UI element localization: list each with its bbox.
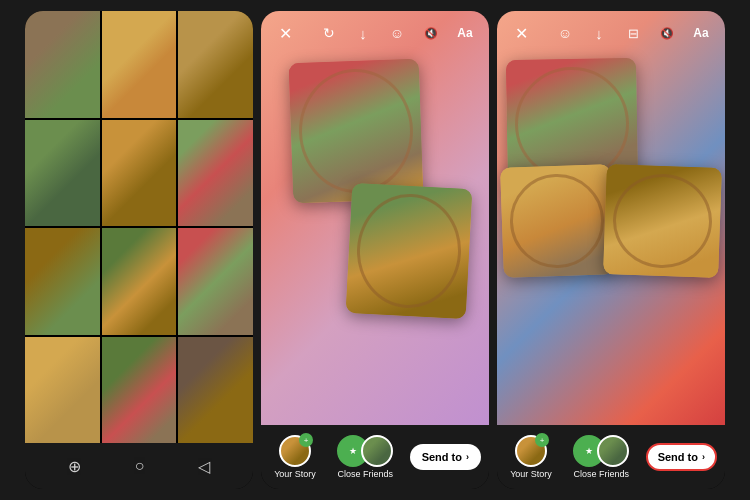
text-icon[interactable]: Aa [451, 19, 479, 47]
grid-photo-3[interactable] [178, 11, 253, 118]
your-story-label-2: Your Story [274, 469, 316, 479]
text-icon-3[interactable]: Aa [687, 19, 715, 47]
send-to-button-3[interactable]: Send to › [646, 443, 717, 471]
close-friends-option-3[interactable]: ★ Close Friends [573, 435, 629, 479]
download-icon-3[interactable]: ↓ [585, 19, 613, 47]
grid-photo-7[interactable] [25, 228, 100, 335]
story-photo-card-3c[interactable] [603, 164, 722, 278]
grid-photo-12[interactable] [178, 337, 253, 444]
download-icon[interactable]: ↓ [349, 19, 377, 47]
rotate-icon[interactable]: ↻ [315, 19, 343, 47]
close-friends-avatars-2: ★ [337, 435, 393, 467]
send-to-label-2: Send to [422, 451, 462, 463]
close-icon-3[interactable]: ✕ [507, 19, 535, 47]
your-story-label-3: Your Story [510, 469, 552, 479]
back-icon[interactable]: ◁ [198, 457, 210, 476]
photo-grid [25, 11, 253, 443]
close-friends-avatar-extra-3 [597, 435, 629, 467]
grid-photo-2[interactable] [102, 11, 177, 118]
close-icon[interactable]: ✕ [271, 19, 299, 47]
chevron-icon-2: › [466, 452, 469, 462]
emoji-icon-3[interactable]: ☺ [551, 19, 579, 47]
your-story-avatar-wrapper-2: + [279, 435, 311, 467]
add-indicator-3: + [535, 433, 549, 447]
close-friends-option-2[interactable]: ★ Close Friends [337, 435, 393, 479]
add-indicator-2: + [299, 433, 313, 447]
grid-photo-9[interactable] [178, 228, 253, 335]
your-story-avatar-wrapper-3: + [515, 435, 547, 467]
grid-photo-4[interactable] [25, 120, 100, 227]
bottom-nav: ⊕ ○ ◁ [25, 443, 253, 489]
grid-photo-5[interactable] [102, 120, 177, 227]
chevron-icon-3: › [702, 452, 705, 462]
story-photo-card-3b[interactable] [500, 164, 614, 278]
grid-photo-6[interactable] [178, 120, 253, 227]
send-to-label-3: Send to [658, 451, 698, 463]
mute-icon-3[interactable]: 🔇 [653, 19, 681, 47]
sticker-icon-3[interactable]: ⊟ [619, 19, 647, 47]
close-friends-label-2: Close Friends [338, 469, 394, 479]
screen-3: ✕ ☺ ↓ ⊟ 🔇 Aa + [497, 11, 725, 489]
story-toolbar-3: ✕ ☺ ↓ ⊟ 🔇 Aa [497, 11, 725, 55]
screen-1: ⊕ ○ ◁ [25, 11, 253, 489]
close-friends-label-3: Close Friends [574, 469, 630, 479]
close-friends-avatars-3: ★ [573, 435, 629, 467]
sticker-icon[interactable]: ☺ [383, 19, 411, 47]
close-friends-avatar-extra-2 [361, 435, 393, 467]
camera-icon[interactable]: ○ [135, 457, 145, 475]
your-story-option-2[interactable]: + Your Story [269, 435, 321, 479]
story-canvas-3: ✕ ☺ ↓ ⊟ 🔇 Aa [497, 11, 725, 425]
story-bottom-bar-2: + Your Story ★ Close Friends Send to › [261, 425, 489, 489]
your-story-option-3[interactable]: + Your Story [505, 435, 557, 479]
toolbar-right-icons-3: ☺ ↓ ⊟ 🔇 Aa [551, 19, 715, 47]
send-to-button-2[interactable]: Send to › [410, 444, 481, 470]
story-toolbar-2: ✕ ↻ ↓ ☺ 🔇 Aa [261, 11, 489, 55]
story-bottom-bar-3: + Your Story ★ Close Friends Send to › [497, 425, 725, 489]
story-canvas-2: ✕ ↻ ↓ ☺ 🔇 Aa [261, 11, 489, 425]
story-photo-card-2[interactable] [346, 183, 473, 319]
toolbar-right-icons: ↻ ↓ ☺ 🔇 Aa [315, 19, 479, 47]
mute-icon[interactable]: 🔇 [417, 19, 445, 47]
grid-photo-10[interactable] [25, 337, 100, 444]
grid-photo-1[interactable] [25, 11, 100, 118]
grid-photo-11[interactable] [102, 337, 177, 444]
grid-photo-8[interactable] [102, 228, 177, 335]
screen-2: ✕ ↻ ↓ ☺ 🔇 Aa + Your Story [261, 11, 489, 489]
story-photo-card-1[interactable] [289, 59, 424, 203]
plus-icon[interactable]: ⊕ [68, 457, 81, 476]
